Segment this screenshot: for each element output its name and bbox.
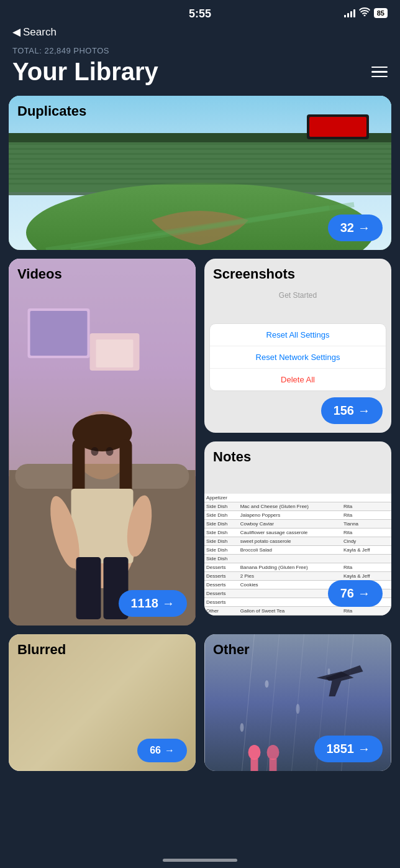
screenshots-count-badge[interactable]: 156 →: [321, 397, 383, 424]
table-row: Side DishMac and Cheese (Gluten Free)Rit…: [204, 502, 391, 511]
svg-point-47: [240, 723, 244, 732]
page-header: TOTAL: 22,849 PHOTOS Your Library: [0, 46, 400, 96]
other-arrow-icon: →: [358, 742, 370, 756]
videos-count: 1118: [131, 596, 159, 611]
cards-container: Duplicates: [0, 96, 400, 771]
battery-indicator: 85: [374, 8, 388, 18]
table-row: Side DishJalapeno PoppersRita: [204, 511, 391, 520]
status-time: 5:55: [189, 7, 211, 21]
table-row: Side Dishsweet potato casseroleCindy: [204, 537, 391, 546]
videos-card[interactable]: Videos: [9, 259, 196, 626]
notes-card[interactable]: Notes AppetizerSide DishMac and Cheese (…: [204, 441, 391, 616]
other-count-badge[interactable]: 1851 →: [314, 736, 383, 762]
back-button[interactable]: ◀ Search: [12, 25, 57, 39]
blurred-count: 66: [150, 745, 161, 756]
back-chevron-icon: ◀: [12, 25, 20, 39]
two-col-row: Videos: [9, 259, 391, 626]
blurred-arrow-icon: →: [165, 745, 175, 756]
duplicates-label: Duplicates: [17, 103, 86, 119]
table-row: DessertsBanana Pudding (Gluten Free)Rita: [204, 563, 391, 572]
back-label: Search: [23, 26, 57, 39]
svg-point-46: [328, 668, 330, 675]
svg-rect-17: [309, 117, 366, 137]
right-col: Screenshots Get Started Reset All Settin…: [204, 259, 391, 626]
other-count: 1851: [327, 742, 355, 756]
svg-point-31: [91, 447, 99, 456]
menu-line-2: [371, 71, 388, 73]
svg-rect-11: [9, 163, 391, 165]
svg-point-50: [267, 745, 280, 760]
status-bar: 5:55 85: [0, 0, 400, 23]
svg-rect-10: [9, 158, 391, 160]
signal-icon: [344, 9, 355, 17]
svg-rect-9: [9, 153, 391, 155]
nav-bar: ◀ Search: [0, 23, 400, 46]
home-indicator: [163, 859, 237, 862]
videos-col: Videos: [9, 259, 196, 626]
menu-line-3: [371, 76, 388, 78]
svg-rect-15: [9, 183, 391, 185]
screenshots-label: Screenshots: [213, 266, 295, 282]
svg-point-48: [248, 745, 261, 760]
svg-rect-7: [9, 143, 391, 145]
svg-rect-21: [30, 311, 88, 356]
screenshots-card[interactable]: Screenshots Get Started Reset All Settin…: [204, 259, 391, 433]
table-row: Side Dish: [204, 555, 391, 563]
notes-count-badge[interactable]: 76 →: [328, 580, 383, 607]
bottom-row: Blurred 66 → Other: [9, 634, 391, 771]
other-col: Other: [204, 634, 391, 771]
table-row: OtherGallon of Sweet TeaRita: [204, 607, 391, 616]
wifi-icon: [359, 7, 370, 18]
svg-rect-33: [71, 489, 134, 563]
table-row: Appetizer: [204, 494, 391, 502]
notes-count: 76: [340, 586, 354, 601]
status-icons: 85: [344, 7, 388, 18]
svg-point-45: [296, 704, 300, 714]
get-started-text: Get Started: [209, 286, 386, 305]
svg-rect-36: [76, 557, 101, 619]
svg-rect-8: [9, 148, 391, 150]
blurred-label: Blurred: [17, 642, 66, 658]
table-row: OtherApple ciderJess: [204, 616, 391, 616]
svg-point-44: [265, 680, 269, 688]
svg-rect-12: [9, 168, 391, 170]
table-row: Side DishBroccoli SaladKayla & Jeff: [204, 546, 391, 555]
videos-label: Videos: [17, 266, 62, 282]
duplicates-count-badge[interactable]: 32 →: [328, 215, 383, 241]
page-title: Your Library: [12, 58, 158, 86]
svg-rect-49: [251, 759, 258, 771]
settings-item-reset-all: Reset All Settings: [210, 324, 386, 346]
blurred-col: Blurred 66 →: [9, 634, 196, 771]
other-card[interactable]: Other: [204, 634, 391, 771]
total-label: TOTAL: 22,849 PHOTOS: [12, 46, 388, 55]
settings-item-reset-network: Reset Network Settings: [210, 346, 386, 369]
menu-line-1: [371, 67, 388, 68]
svg-rect-51: [270, 759, 277, 771]
svg-rect-14: [9, 178, 391, 180]
videos-image: [9, 259, 196, 626]
blurred-count-badge[interactable]: 66 →: [137, 739, 187, 762]
settings-mock-ui: Reset All Settings Reset Network Setting…: [209, 323, 386, 391]
duplicates-card[interactable]: Duplicates: [9, 96, 391, 250]
blurred-card[interactable]: Blurred 66 →: [9, 634, 196, 771]
duplicates-count: 32: [340, 221, 354, 235]
videos-arrow-icon: →: [162, 596, 175, 611]
notes-arrow-icon: →: [358, 586, 370, 601]
duplicates-arrow-icon: →: [358, 221, 370, 235]
screenshots-count: 156: [334, 404, 354, 418]
notes-label: Notes: [213, 449, 251, 465]
other-label: Other: [213, 642, 250, 658]
videos-count-badge[interactable]: 1118 →: [119, 590, 188, 617]
table-row: Side DishCauliflower sausage casseroleRi…: [204, 529, 391, 537]
settings-item-delete-all: Delete All: [210, 369, 386, 390]
menu-button[interactable]: [371, 67, 388, 78]
screenshots-arrow-icon: →: [358, 404, 370, 418]
svg-rect-23: [96, 339, 134, 367]
table-row: Desserts2 PiesKayla & Jeff: [204, 572, 391, 581]
svg-point-32: [106, 447, 114, 456]
table-row: Side DishCowboy CaviarTianna: [204, 520, 391, 529]
svg-rect-13: [9, 173, 391, 175]
